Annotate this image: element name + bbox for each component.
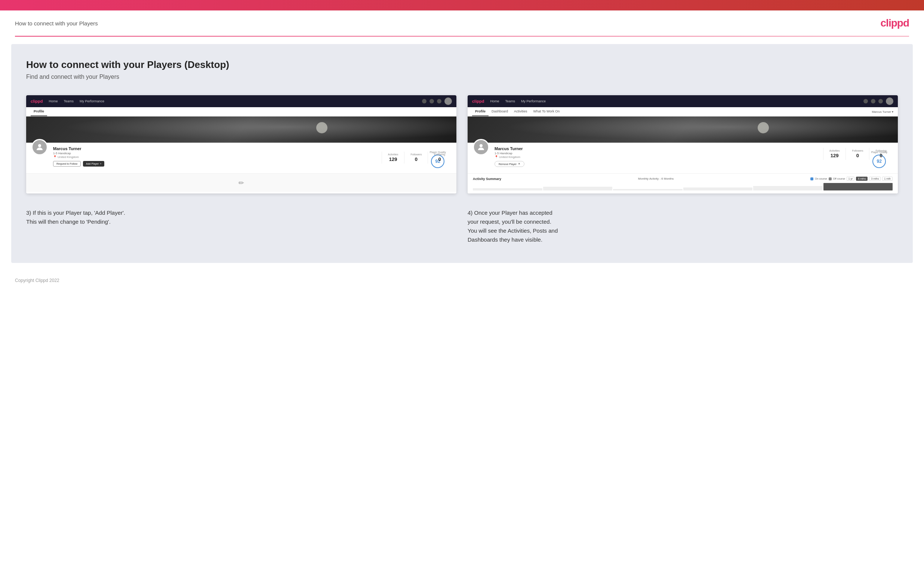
svg-point-0 xyxy=(38,144,41,147)
footer: Copyright Clippd 2022 xyxy=(0,271,924,290)
right-player-name: Marcus Turner xyxy=(494,147,861,151)
left-pencil-area: ✏ xyxy=(26,173,456,192)
right-tab-dashboard[interactable]: Dashboard xyxy=(489,107,511,116)
chart-bar-3 xyxy=(613,189,683,190)
activity-period: Monthly Activity - 6 Months xyxy=(638,177,674,181)
chevron-down-icon: ▾ xyxy=(892,110,893,114)
right-tabs-bar: Profile Dashboard Activities What To Wor… xyxy=(468,107,898,116)
left-player-name: Marcus Turner xyxy=(53,147,419,151)
left-user-icon[interactable] xyxy=(430,99,434,103)
screenshots-row: clippd Home Teams My Performance Profile xyxy=(26,95,898,193)
left-stat-activities: Activities 129 xyxy=(382,152,404,164)
left-player-buttons: Request to Follow Add Player + xyxy=(53,161,419,166)
left-player-info: Marcus Turner 1-5 Handicap 📍 United King… xyxy=(53,147,419,166)
right-tab-whattoworkon[interactable]: What To Work On xyxy=(530,107,563,116)
left-stat-following: Following 0 xyxy=(428,152,451,164)
top-bar xyxy=(0,0,924,10)
right-golf-banner xyxy=(468,116,898,143)
period-6mths-button[interactable]: 6 mths xyxy=(856,177,867,181)
left-nav: clippd Home Teams My Performance xyxy=(26,95,456,107)
right-search-icon[interactable] xyxy=(863,99,868,103)
activity-header: Activity Summary Monthly Activity - 6 Mo… xyxy=(473,177,893,181)
location-pin-icon: 📍 xyxy=(53,155,57,159)
right-stat-following: Following 0 xyxy=(869,148,893,160)
right-nav-home[interactable]: Home xyxy=(490,99,499,103)
right-player-dropdown[interactable]: Marcus Turner ▾ xyxy=(872,110,893,114)
left-settings-icon[interactable] xyxy=(437,99,441,103)
right-stat-activities: Activities 129 xyxy=(823,148,846,160)
left-stat-followers: Followers 0 xyxy=(404,152,428,164)
main-content: How to connect with your Players (Deskto… xyxy=(11,44,913,263)
left-avatar-icon[interactable] xyxy=(444,97,452,105)
right-activity-summary: Activity Summary Monthly Activity - 6 Mo… xyxy=(468,173,898,193)
left-stats-row: Activities 129 Followers 0 Following 0 xyxy=(382,152,451,164)
left-nav-performance[interactable]: My Performance xyxy=(80,99,104,103)
header: How to connect with your Players clippd xyxy=(0,10,924,36)
page-subheading: Find and connect with your Players xyxy=(26,74,898,80)
right-location-pin-icon: 📍 xyxy=(494,155,498,159)
captions-row: 3) If this is your Player tap, 'Add Play… xyxy=(26,208,898,244)
right-player-location: 📍 United Kingdom xyxy=(494,155,861,159)
left-profile-tabs: Profile xyxy=(26,107,456,116)
right-nav-icons xyxy=(863,97,893,105)
left-golf-banner xyxy=(26,116,456,143)
right-stat-followers: Followers 0 xyxy=(845,148,869,160)
header-title: How to connect with your Players xyxy=(15,20,98,26)
screenshot-left: clippd Home Teams My Performance Profile xyxy=(26,95,456,193)
add-player-button[interactable]: Add Player + xyxy=(83,161,104,166)
pencil-icon: ✏ xyxy=(239,179,244,187)
off-course-legend-dot xyxy=(829,177,832,181)
svg-point-1 xyxy=(480,144,483,147)
right-remove-player-wrapper: Remove Player ✕ xyxy=(494,161,861,167)
period-1mth-button[interactable]: 1 mth xyxy=(882,177,893,181)
right-tab-activities[interactable]: Activities xyxy=(511,107,530,116)
left-nav-home[interactable]: Home xyxy=(48,99,58,103)
chart-bar-2 xyxy=(543,187,613,190)
right-player-handicap: 1-5 Handicap xyxy=(494,152,861,155)
right-player-info: Marcus Turner 1-5 Handicap 📍 United King… xyxy=(494,147,861,167)
activity-title: Activity Summary xyxy=(473,177,501,181)
right-nav-performance[interactable]: My Performance xyxy=(521,99,546,103)
logo: clippd xyxy=(880,17,909,29)
remove-player-button[interactable]: Remove Player ✕ xyxy=(494,161,524,167)
close-icon: ✕ xyxy=(518,163,520,166)
left-nav-icons xyxy=(422,97,452,105)
caption-right-text: 4) Once your Player has acceptedyour req… xyxy=(468,208,898,244)
left-search-icon[interactable] xyxy=(422,99,426,103)
period-1yr-button[interactable]: 1 yr xyxy=(846,177,855,181)
right-nav-logo: clippd xyxy=(472,99,484,103)
chart-bar-1 xyxy=(473,188,542,190)
left-player-handicap: 1-5 Handicap xyxy=(53,152,419,155)
right-stats-row: Activities 129 Followers 0 Following 0 xyxy=(823,148,893,160)
right-profile-section: Marcus Turner 1-5 Handicap 📍 United King… xyxy=(468,143,898,173)
chart-bar-5 xyxy=(753,186,823,190)
right-player-avatar xyxy=(473,139,489,155)
activity-chart xyxy=(473,183,893,190)
on-course-legend-dot xyxy=(810,177,813,181)
period-3mths-button[interactable]: 3 mths xyxy=(869,177,880,181)
header-divider xyxy=(15,36,909,37)
left-profile-section: Marcus Turner 1-5 Handicap 📍 United King… xyxy=(26,143,456,173)
caption-left-text: 3) If this is your Player tap, 'Add Play… xyxy=(26,208,456,226)
right-user-icon[interactable] xyxy=(871,99,876,103)
right-profile-tabs: Profile Dashboard Activities What To Wor… xyxy=(472,107,562,116)
right-avatar-icon[interactable] xyxy=(886,97,893,105)
on-course-legend-label: On course xyxy=(815,177,827,180)
request-follow-button[interactable]: Request to Follow xyxy=(53,161,81,166)
chart-bar-6 xyxy=(824,183,893,190)
right-tab-profile[interactable]: Profile xyxy=(472,107,489,116)
page-heading: How to connect with your Players (Deskto… xyxy=(26,59,898,71)
caption-left: 3) If this is your Player tap, 'Add Play… xyxy=(26,208,456,244)
off-course-legend-label: Off course xyxy=(833,177,845,180)
caption-right: 4) Once your Player has acceptedyour req… xyxy=(468,208,898,244)
copyright-text: Copyright Clippd 2022 xyxy=(15,278,60,283)
right-nav-teams[interactable]: Teams xyxy=(505,99,515,103)
left-player-location: 📍 United Kingdom xyxy=(53,155,419,159)
screenshot-right: clippd Home Teams My Performance Profile… xyxy=(468,95,898,193)
left-nav-teams[interactable]: Teams xyxy=(63,99,74,103)
right-nav: clippd Home Teams My Performance xyxy=(468,95,898,107)
activity-controls: On course Off course 1 yr 6 mths 3 mths … xyxy=(810,177,893,181)
left-nav-logo: clippd xyxy=(31,99,43,103)
left-tab-profile[interactable]: Profile xyxy=(31,107,47,116)
right-settings-icon[interactable] xyxy=(879,99,883,103)
